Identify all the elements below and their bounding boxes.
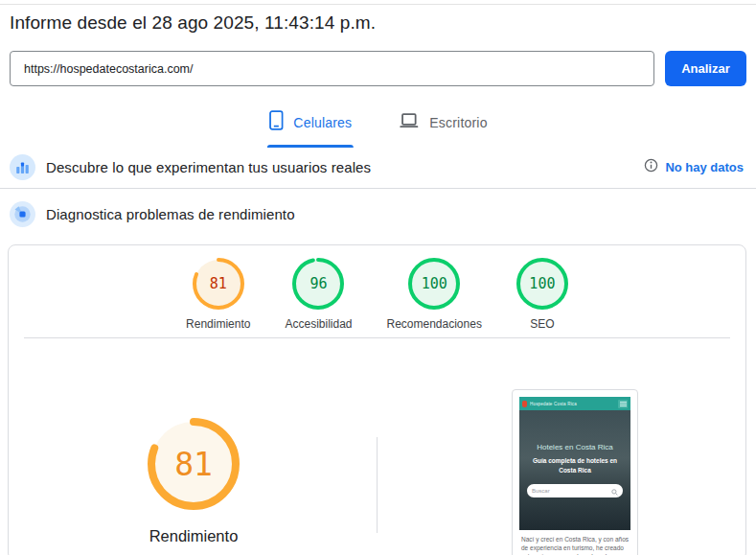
score-gauge-recomendaciones: 100: [408, 258, 460, 310]
hero-search-placeholder: Buscar: [532, 488, 608, 494]
tab-desktop[interactable]: Escritorio: [398, 104, 489, 148]
card-divider: [24, 337, 730, 338]
chip-label: Accesibilidad: [285, 317, 352, 331]
field-section-title: Descubre lo que experimentan tus usuario…: [46, 159, 371, 175]
phone-icon: [268, 110, 283, 134]
screenshot-body-text: Nací y crecí en Costa Rica, y con años d…: [521, 536, 629, 555]
hero-subtitle: Guía completa de hoteles en Costa Rica: [527, 456, 623, 476]
tab-desktop-label: Escritorio: [429, 115, 487, 130]
lighthouse-report-card: 81 Rendimiento 96 Accesibilidad 100 Reco…: [8, 244, 746, 555]
lab-data-section-header: Diagnostica problemas de rendimiento: [0, 191, 756, 237]
final-screenshot-thumbnail: Hospedate Costa Rica Hoteles en Costa Ri…: [512, 389, 638, 555]
performance-gauge-block: 81 Rendimiento: [140, 418, 247, 545]
chip-rendimiento[interactable]: 81 Rendimiento: [186, 258, 250, 331]
desktop-icon: [400, 113, 419, 132]
tab-mobile[interactable]: Celulares: [266, 104, 354, 148]
chip-seo[interactable]: 100 SEO: [516, 258, 568, 331]
screenshot-body: Nací y crecí en Costa Rica, y con años d…: [519, 530, 630, 555]
tab-mobile-label: Celulares: [293, 115, 352, 130]
score-gauge-seo: 100: [516, 258, 568, 310]
device-tabs: Celulares Escritorio: [266, 104, 489, 148]
bar-chart-icon: [10, 154, 35, 180]
site-logo-icon: [522, 401, 527, 407]
section-divider: [0, 188, 756, 189]
score-gauge-accesibilidad: 96: [292, 258, 344, 310]
hero-title: Hoteles en Costa Rica: [537, 443, 613, 451]
site-name: Hospedate Costa Rica: [530, 402, 615, 406]
chip-label: SEO: [530, 317, 554, 331]
performance-score-gauge: 81: [148, 418, 240, 510]
field-data-section-header: Descubre lo que experimentan tus usuario…: [0, 146, 756, 188]
hamburger-icon: [618, 400, 628, 408]
score-gauge-rendimiento: 81: [193, 258, 244, 310]
vertical-divider: [377, 437, 378, 533]
top-divider: [0, 4, 756, 5]
pagespeed-report-page: { "colors": { "accent_blue": "#1a73e8", …: [0, 0, 756, 555]
page-title: Informe desde el 28 ago 2025, 11:43:14 p…: [10, 12, 376, 34]
hero-search-bar: Buscar: [527, 484, 623, 497]
gauge-icon: [10, 201, 35, 227]
chip-accesibilidad[interactable]: 96 Accesibilidad: [285, 258, 352, 331]
category-score-chips: 81 Rendimiento 96 Accesibilidad 100 Reco…: [9, 258, 745, 331]
info-icon[interactable]: [644, 158, 658, 176]
lab-section-title: Diagnostica problemas de rendimiento: [46, 206, 295, 222]
performance-gauge-label: Rendimiento: [149, 527, 239, 545]
analyze-button[interactable]: Analizar: [665, 51, 746, 86]
chip-label: Recomendaciones: [387, 317, 482, 331]
screenshot-site-header: Hospedate Costa Rica: [519, 397, 630, 410]
chip-recomendaciones[interactable]: 100 Recomendaciones: [387, 258, 482, 331]
url-input[interactable]: [10, 51, 654, 86]
no-data-link[interactable]: No hay datos: [665, 160, 744, 174]
screenshot-hero: Hoteles en Costa Rica Guía completa de h…: [519, 410, 630, 530]
search-icon: [611, 482, 618, 499]
chip-label: Rendimiento: [186, 317, 250, 331]
